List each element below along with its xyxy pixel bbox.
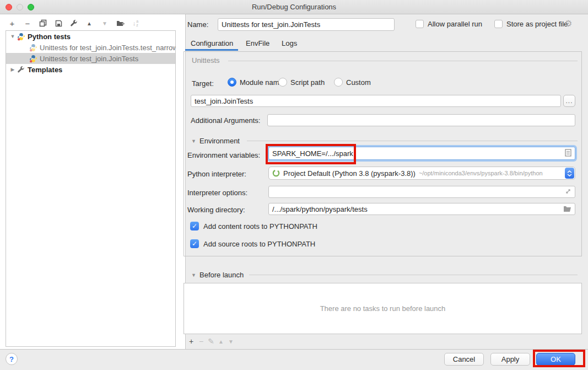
environment-section-header[interactable]: Environment	[199, 137, 240, 145]
radio-unselected-icon[interactable]	[278, 78, 287, 87]
cancel-button[interactable]: Cancel	[444, 353, 484, 366]
python-interpreter-label: Python interpreter:	[187, 170, 246, 178]
minimize-window-button[interactable]	[17, 4, 23, 10]
python-test-icon	[29, 44, 37, 52]
custom-label: Custom	[346, 78, 371, 87]
move-down-icon[interactable]: ▼	[97, 18, 112, 29]
python-interpreter-select[interactable]: Project Default (Python 3.8 (pyspark-3.8…	[268, 167, 575, 180]
run-debug-configurations-dialog: { "window": { "title": "Run/Debug Config…	[0, 0, 588, 370]
unittests-section-header: Unittests	[192, 56, 220, 65]
environment-variables-label: Environment variables:	[187, 151, 260, 159]
section-divider	[228, 61, 578, 61]
browse-target-button[interactable]: ...	[563, 95, 575, 107]
tree-item-label: Templates	[28, 66, 62, 74]
interpreter-options-label: Interpreter options:	[187, 189, 247, 197]
ok-button[interactable]: OK	[536, 353, 575, 366]
target-input[interactable]: test_join.JoinTests	[191, 95, 561, 107]
copy-configuration-icon[interactable]	[35, 18, 51, 29]
remove-task-icon[interactable]: −	[196, 337, 206, 346]
edit-templates-icon[interactable]	[66, 18, 82, 29]
additional-arguments-input[interactable]	[267, 114, 575, 126]
close-window-button[interactable]	[6, 4, 12, 10]
help-button[interactable]: ?	[6, 353, 18, 365]
name-input[interactable]: Unittests for test_join.JoinTests	[218, 18, 395, 31]
add-content-roots-checkbox[interactable]: ✓ Add content roots to PYTHONPATH	[190, 222, 317, 230]
sidebar-toolbar: + − ▲ ▼ ↓ az	[4, 17, 143, 29]
tree-item-unittests-narrow[interactable]: Unittests for test_join.JoinTests.test_n…	[6, 42, 175, 53]
tab-configuration[interactable]: Configuration	[191, 39, 233, 47]
tab-logs[interactable]: Logs	[282, 39, 297, 47]
footer-divider	[0, 349, 588, 350]
add-configuration-icon[interactable]: +	[4, 18, 20, 29]
ok-label: OK	[551, 355, 561, 363]
interpreter-options-input[interactable]	[268, 186, 575, 198]
folder-browse-icon[interactable]	[563, 205, 571, 213]
radio-unselected-icon[interactable]	[334, 78, 343, 87]
expand-field-icon[interactable]	[565, 188, 571, 196]
tree-item-label: Python tests	[28, 33, 71, 41]
tree-item-label: Unittests for test_join.JoinTests.test_n…	[40, 44, 175, 52]
move-up-icon[interactable]: ▲	[82, 18, 97, 29]
working-directory-value: /.../spark/python/pyspark/tests	[272, 205, 368, 213]
environment-collapse-icon[interactable]: ▼	[191, 138, 196, 144]
wrench-icon	[17, 66, 25, 74]
module-name-label: Module name	[240, 78, 283, 87]
add-task-icon[interactable]: +	[186, 337, 196, 346]
script-path-label: Script path	[290, 78, 325, 87]
section-divider	[247, 141, 578, 141]
target-value: test_join.JoinTests	[195, 97, 253, 105]
target-radio-script-path[interactable]: Script path	[278, 78, 325, 87]
before-launch-collapse-icon[interactable]: ▼	[191, 272, 196, 278]
before-launch-section-header[interactable]: Before launch	[199, 271, 244, 279]
edit-task-icon[interactable]: ✎	[206, 337, 216, 346]
target-radio-custom[interactable]: Custom	[334, 78, 371, 87]
add-source-roots-checkbox[interactable]: ✓ Add source roots to PYTHONPATH	[190, 239, 315, 248]
edit-variables-icon[interactable]	[565, 149, 571, 158]
store-options-gear-icon[interactable]: ⚙	[564, 18, 572, 29]
name-label: Name:	[187, 20, 208, 29]
store-as-project-file-checkbox[interactable]: Store as project file	[494, 20, 568, 28]
python-icon	[17, 33, 25, 41]
question-mark-icon: ?	[9, 355, 14, 363]
remove-configuration-icon[interactable]: −	[20, 18, 35, 29]
checkbox-checked-icon[interactable]: ✓	[190, 222, 199, 230]
target-radio-module-name[interactable]: Module name	[228, 78, 283, 87]
conda-environment-icon	[272, 169, 280, 177]
allow-parallel-run-checkbox[interactable]: Allow parallel run	[416, 20, 482, 28]
disclosure-collapsed-icon[interactable]: ▶	[9, 67, 16, 72]
radio-selected-icon[interactable]	[228, 78, 236, 87]
environment-variables-value: SPARK_HOME=/.../spark	[272, 149, 353, 158]
move-task-up-icon[interactable]: ▲	[216, 339, 226, 345]
tree-item-label: Unittests for test_join.JoinTests	[40, 55, 138, 63]
python-interpreter-value: Project Default (Python 3.8 (pyspark-3.8…	[283, 169, 416, 178]
move-task-down-icon[interactable]: ▼	[226, 339, 236, 345]
checkbox-checked-icon[interactable]: ✓	[190, 239, 199, 248]
ellipsis-icon: ...	[565, 97, 573, 105]
title-bar: Run/Debug Configurations	[0, 0, 588, 14]
zoom-window-button[interactable]	[28, 4, 34, 10]
add-content-roots-label: Add content roots to PYTHONPATH	[203, 222, 317, 230]
working-directory-label: Working directory:	[187, 206, 245, 214]
checkbox-unchecked-icon[interactable]	[416, 20, 424, 28]
save-configuration-icon[interactable]	[51, 18, 66, 29]
environment-variables-input[interactable]: SPARK_HOME=/.../spark	[268, 147, 575, 160]
python-interpreter-path: ~/opt/miniconda3/envs/pyspark-3.8/bin/py…	[419, 170, 543, 176]
dropdown-spinner-icon[interactable]	[565, 168, 574, 179]
apply-button[interactable]: Apply	[490, 353, 530, 366]
configurations-tree: ▼ Python tests Unittests for test_join.J…	[6, 30, 176, 347]
before-launch-toolbar: + − ✎ ▲ ▼	[186, 337, 236, 346]
new-folder-icon[interactable]	[112, 18, 128, 29]
working-directory-input[interactable]: /.../spark/python/pyspark/tests	[268, 203, 575, 215]
tree-item-unittests-jointests-selected[interactable]: Unittests for test_join.JoinTests	[6, 53, 175, 64]
tree-item-python-tests[interactable]: ▼ Python tests	[6, 31, 175, 42]
before-launch-task-list[interactable]: There are no tasks to run before launch	[184, 283, 582, 334]
name-value: Unittests for test_join.JoinTests	[222, 20, 320, 29]
target-label: Target:	[192, 79, 214, 88]
tree-item-templates[interactable]: ▶ Templates	[6, 64, 175, 75]
sort-configurations-icon[interactable]: ↓ az	[128, 18, 143, 29]
python-test-icon	[29, 55, 37, 63]
additional-arguments-label: Additional Arguments:	[191, 116, 260, 125]
disclosure-expanded-icon[interactable]: ▼	[9, 34, 16, 39]
checkbox-unchecked-icon[interactable]	[494, 20, 503, 28]
tab-envfile[interactable]: EnvFile	[246, 39, 269, 47]
